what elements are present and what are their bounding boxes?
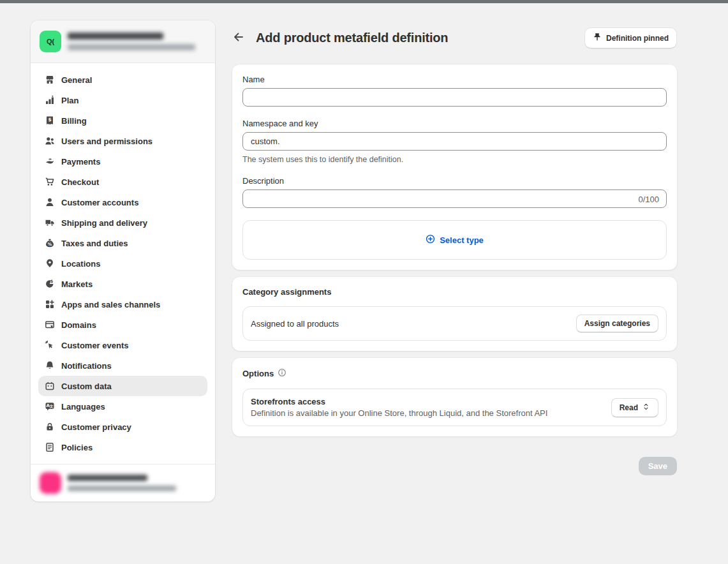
description-input[interactable] [242, 189, 667, 208]
apps-grid-icon [45, 299, 55, 309]
billing-receipt-icon: $ [45, 115, 55, 126]
database-icon [45, 381, 55, 391]
sidebar-item-payments[interactable]: Payments [38, 151, 207, 172]
category-assignments-card: Category assignments Assigned to all pro… [232, 277, 677, 351]
store-identity-redacted [68, 33, 195, 50]
sidebar-item-apps-and-sales-channels[interactable]: Apps and sales channels [38, 294, 207, 315]
settings-page: Q( General Plan $ Billing Users and perm… [0, 3, 728, 501]
definition-form-card: Name Namespace and key The system uses t… [232, 64, 677, 270]
user-name-redacted [68, 475, 147, 481]
sidebar-item-plan[interactable]: Plan [38, 90, 207, 110]
definition-pinned-label: Definition pinned [606, 34, 669, 43]
sidebar-item-markets[interactable]: $ Markets [38, 274, 207, 294]
category-assignment-status: Assigned to all products [251, 319, 339, 329]
sidebar-item-shipping-and-delivery[interactable]: Shipping and delivery [38, 212, 207, 233]
cursor-click-icon [45, 340, 55, 350]
store-icon [45, 75, 55, 85]
settings-sidebar: Q( General Plan $ Billing Users and perm… [31, 20, 215, 501]
policy-doc-icon [45, 442, 55, 452]
svg-text:文: 文 [49, 404, 54, 408]
user-avatar [40, 472, 61, 494]
sidebar-item-customer-accounts[interactable]: Customer accounts [38, 192, 207, 212]
truck-icon [45, 218, 55, 228]
sidebar-item-custom-data[interactable]: Custom data [38, 376, 207, 396]
users-icon [45, 136, 55, 146]
footer-actions: Save [232, 457, 677, 475]
sidebar-item-checkout[interactable]: Checkout [38, 172, 207, 192]
sidebar-item-customer-events[interactable]: Customer events [38, 335, 207, 355]
tax-bag-icon: % [45, 238, 55, 248]
name-input[interactable] [242, 88, 667, 107]
page-title: Add product metafield definition [256, 31, 448, 45]
storefronts-access-select[interactable]: Read [611, 398, 658, 417]
user-account-row[interactable] [31, 464, 215, 501]
plan-chart-icon [45, 95, 55, 105]
person-icon [45, 197, 55, 207]
definition-pinned-button[interactable]: Definition pinned [584, 27, 677, 48]
browser-icon [45, 320, 55, 330]
sidebar-item-users-and-permissions[interactable]: Users and permissions [38, 131, 207, 151]
payments-hand-icon [45, 156, 55, 167]
settings-nav: General Plan $ Billing Users and permiss… [31, 63, 215, 464]
storefronts-access-row: Storefronts access Definition is availab… [242, 389, 667, 426]
assign-categories-button[interactable]: Assign categories [576, 315, 658, 332]
user-identity-redacted [68, 475, 176, 491]
namespace-key-input[interactable] [242, 132, 667, 151]
options-card: Options Storefronts access Definition is… [232, 358, 677, 436]
svg-text:$: $ [48, 117, 51, 122]
main-content: Add product metafield definition Definit… [232, 20, 677, 475]
save-button[interactable]: Save [639, 457, 677, 475]
store-switcher[interactable]: Q( [31, 20, 215, 63]
location-pin-icon [45, 258, 55, 269]
translate-icon: A文 [45, 401, 55, 412]
info-icon [278, 368, 286, 379]
storefronts-access-description: Definition is available in your Online S… [251, 408, 547, 418]
page-header: Add product metafield definition Definit… [232, 27, 677, 48]
svg-text:%: % [48, 242, 52, 247]
store-name-redacted [68, 33, 163, 40]
user-email-redacted [68, 486, 176, 491]
sidebar-item-locations[interactable]: Locations [38, 253, 207, 274]
pin-icon [593, 33, 602, 43]
sidebar-item-languages[interactable]: A文 Languages [38, 396, 207, 417]
back-arrow-icon [232, 31, 245, 45]
caret-updown-icon [642, 403, 650, 413]
category-assignments-title: Category assignments [242, 287, 331, 297]
name-label: Name [242, 75, 667, 84]
sidebar-item-taxes-and-duties[interactable]: % Taxes and duties [38, 233, 207, 253]
category-assignment-row: Assigned to all products Assign categori… [242, 306, 667, 341]
namespace-label: Namespace and key [242, 119, 667, 128]
sidebar-item-domains[interactable]: Domains [38, 315, 207, 335]
storefronts-access-title: Storefronts access [251, 397, 547, 406]
lock-icon [45, 422, 55, 432]
plus-circle-icon [426, 234, 435, 246]
sidebar-item-policies[interactable]: Policies [38, 437, 207, 457]
storefronts-access-value: Read [620, 403, 638, 412]
sidebar-item-notifications[interactable]: Notifications [38, 355, 207, 376]
sidebar-item-general[interactable]: General [38, 70, 207, 90]
options-title: Options [242, 369, 274, 378]
bell-icon [45, 360, 55, 371]
svg-text:$: $ [50, 279, 54, 284]
select-type-label: Select type [440, 235, 484, 245]
namespace-help-text: The system uses this to identify the def… [242, 155, 667, 164]
type-selection-area: Select type [242, 220, 667, 260]
back-button[interactable] [232, 31, 246, 45]
options-info-button[interactable] [278, 368, 286, 379]
description-label: Description [242, 176, 667, 186]
select-type-button[interactable]: Select type [426, 234, 484, 246]
sidebar-item-customer-privacy[interactable]: Customer privacy [38, 417, 207, 437]
store-domain-redacted [68, 44, 195, 50]
sidebar-item-billing[interactable]: $ Billing [38, 110, 207, 131]
globe-dollar-icon: $ [45, 279, 55, 289]
store-avatar: Q( [40, 31, 61, 52]
cart-icon [45, 177, 55, 187]
